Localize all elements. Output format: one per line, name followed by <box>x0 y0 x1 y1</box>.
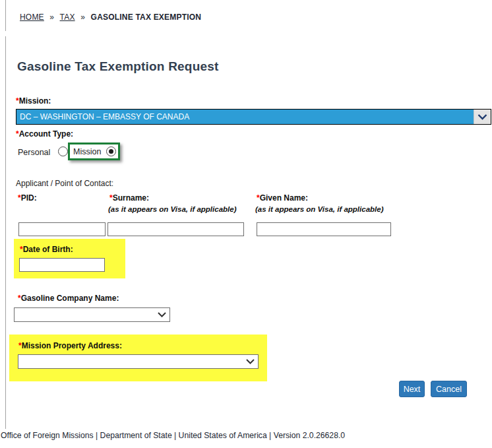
breadcrumb-separator: » <box>49 13 54 22</box>
footer-text: Office of Foreign Missions | Department … <box>1 431 345 440</box>
breadcrumb-separator: » <box>80 13 85 22</box>
left-border-top <box>5 0 6 31</box>
account-type-mission-focus-box: Mission <box>68 143 120 160</box>
breadcrumb-current-page: GASOLINE TAX EXEMPTION <box>91 13 202 22</box>
radio-label-mission: Mission <box>73 147 101 156</box>
radio-dot <box>109 149 113 154</box>
pid-input[interactable] <box>18 222 106 236</box>
left-border-main <box>5 36 6 429</box>
mission-select-value: DC – WASHINGTON – EMBASSY OF CANADA <box>16 110 474 124</box>
given-name-visa-hint: (as it appears on Visa, if applicable) <box>255 205 384 213</box>
applicant-section-heading: Applicant / Point of Contact: <box>16 179 113 188</box>
mission-label: *Mission: <box>16 96 51 106</box>
mission-radio[interactable] <box>106 146 116 156</box>
surname-input[interactable] <box>108 222 244 236</box>
personal-radio[interactable] <box>58 146 68 156</box>
breadcrumb: HOME » TAX » GASOLINE TAX EXEMPTION <box>20 13 201 22</box>
next-button[interactable]: Next <box>399 381 425 397</box>
surname-label: *Surname: <box>109 193 149 203</box>
gasoline-company-select[interactable] <box>14 307 170 322</box>
pid-label: *PID: <box>18 193 37 203</box>
chevron-down-icon[interactable] <box>474 110 491 124</box>
chevron-down-icon[interactable] <box>242 359 258 364</box>
date-of-birth-input[interactable] <box>19 258 105 272</box>
radio-label-personal: Personal <box>18 148 50 157</box>
given-name-input[interactable] <box>257 222 391 236</box>
account-type-label: *Account Type: <box>16 129 73 139</box>
breadcrumb-home-link[interactable]: HOME <box>20 13 44 22</box>
date-of-birth-label: *Date of Birth: <box>20 245 73 254</box>
gasoline-company-label: *Gasoline Company Name: <box>18 294 119 303</box>
page-title: Gasoline Tax Exemption Request <box>17 59 219 74</box>
cancel-button[interactable]: Cancel <box>431 381 467 397</box>
surname-visa-hint: (as it appears on Visa, if applicable) <box>108 205 237 213</box>
mission-property-address-label: *Mission Property Address: <box>18 341 122 350</box>
mission-property-address-select[interactable] <box>18 354 259 369</box>
mission-select[interactable]: DC – WASHINGTON – EMBASSY OF CANADA <box>16 109 491 125</box>
given-name-label: *Given Name: <box>257 193 308 203</box>
chevron-down-icon[interactable] <box>154 312 169 317</box>
breadcrumb-tax-link[interactable]: TAX <box>60 13 75 22</box>
